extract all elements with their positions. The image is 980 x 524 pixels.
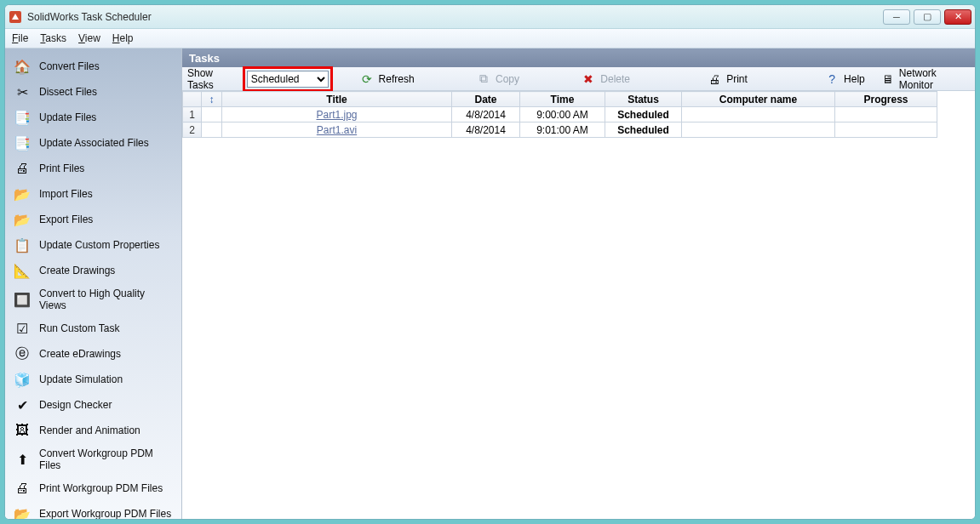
col-status[interactable]: Status: [605, 92, 682, 107]
col-computer[interactable]: Computer name: [682, 92, 835, 107]
sidebar-item[interactable]: 📂Export Workgroup PDM Files: [5, 501, 181, 519]
sidebar-item-label: Update Files: [39, 111, 96, 123]
copy-button[interactable]: ⧉ Copy: [472, 71, 524, 88]
maximize-button[interactable]: ▢: [914, 9, 941, 25]
menu-help[interactable]: Help: [112, 32, 134, 44]
sidebar-item[interactable]: ⬆Convert Workgroup PDM Files: [5, 443, 181, 476]
sidebar-item[interactable]: 🧊Update Simulation: [5, 367, 181, 392]
menu-tasks[interactable]: Tasks: [40, 32, 66, 44]
cell-date: 4/8/2014: [452, 107, 520, 122]
sidebar-item[interactable]: 📋Update Custom Properties: [5, 232, 181, 258]
window-controls: ─ ▢ ✕: [883, 9, 971, 25]
delete-icon: ✖: [582, 72, 595, 86]
sidebar-item[interactable]: 📂Import Files: [5, 181, 181, 207]
cell-title: Part1.jpg: [222, 107, 452, 122]
cell-status: Scheduled: [605, 107, 682, 122]
sidebar-item[interactable]: 🖨Print Files: [5, 156, 181, 181]
content-area: 🏠Convert Files✂Dissect Files📑Update File…: [5, 48, 975, 519]
sidebar-item-icon: 📑: [14, 109, 31, 126]
sidebar-item-label: Print Files: [39, 162, 84, 174]
delete-button[interactable]: ✖ Delete: [576, 71, 635, 88]
col-rownum[interactable]: [183, 92, 202, 107]
close-button[interactable]: ✕: [944, 9, 971, 25]
sidebar: 🏠Convert Files✂Dissect Files📑Update File…: [5, 48, 182, 519]
sort-icon: ↕: [209, 94, 215, 105]
sidebar-item[interactable]: 📑Update Files: [5, 105, 181, 130]
app-icon: [9, 10, 22, 24]
window-title: SolidWorks Task Scheduler: [27, 11, 152, 23]
task-title-link[interactable]: Part1.avi: [317, 124, 357, 136]
menu-view[interactable]: View: [78, 32, 100, 44]
refresh-icon: ⟳: [360, 72, 374, 86]
menubar: File Tasks View Help: [5, 29, 975, 48]
cell-sort: [202, 107, 222, 122]
sidebar-item[interactable]: 📂Export Files: [5, 207, 181, 232]
toolbar: Show Tasks Scheduled ⟳ Refresh ⧉ Copy: [182, 67, 975, 91]
sidebar-item[interactable]: 🖼Render and Animation: [5, 418, 181, 443]
sidebar-item-label: Update Custom Properties: [39, 239, 159, 251]
col-title[interactable]: Title: [222, 92, 452, 107]
sidebar-item-icon: 📑: [14, 134, 31, 151]
sidebar-item-icon: 📂: [14, 211, 31, 228]
sidebar-item-label: Update Associated Files: [39, 137, 149, 149]
sidebar-item-icon: 🖨: [14, 160, 31, 177]
cell-computer: [682, 107, 835, 122]
cell-sort: [202, 122, 222, 138]
sidebar-item[interactable]: ⓔCreate eDrawings: [5, 341, 181, 367]
network-monitor-button[interactable]: 🖥 Network Monitor: [877, 66, 970, 93]
sidebar-item-label: Convert Workgroup PDM Files: [39, 447, 175, 471]
sidebar-item[interactable]: 🏠Convert Files: [5, 54, 181, 79]
filter-dropdown[interactable]: Scheduled: [247, 71, 329, 88]
help-icon: ?: [825, 72, 839, 86]
sidebar-item-label: Print Workgroup PDM Files: [39, 482, 163, 494]
filter-highlight: Scheduled: [243, 66, 333, 92]
task-title-link[interactable]: Part1.jpg: [316, 109, 357, 121]
refresh-button[interactable]: ⟳ Refresh: [355, 71, 420, 88]
print-button[interactable]: 🖨 Print: [702, 71, 753, 88]
sidebar-item-icon: ⓔ: [14, 345, 31, 362]
sidebar-item-icon: 📋: [14, 236, 31, 253]
show-tasks-label: Show Tasks: [187, 67, 236, 91]
network-monitor-icon: 🖥: [882, 72, 894, 86]
sidebar-item[interactable]: ✂Dissect Files: [5, 79, 181, 105]
table-row[interactable]: 1Part1.jpg4/8/20149:00:00 AMScheduled: [183, 107, 937, 122]
row-number: 1: [183, 107, 202, 122]
cell-status: Scheduled: [605, 122, 682, 138]
sidebar-item-icon: 🔲: [14, 291, 31, 308]
cell-progress: [835, 107, 937, 122]
cell-title: Part1.avi: [222, 122, 452, 138]
sidebar-item-label: Import Files: [39, 188, 93, 200]
menu-file[interactable]: File: [12, 32, 28, 44]
sidebar-item[interactable]: 🔲Convert to High Quality Views: [5, 283, 181, 316]
cell-computer: [682, 122, 835, 138]
col-progress[interactable]: Progress: [835, 92, 937, 107]
application-window: SolidWorks Task Scheduler ─ ▢ ✕ File Tas…: [4, 4, 976, 520]
sidebar-item[interactable]: 📑Update Associated Files: [5, 130, 181, 156]
cell-time: 9:00:00 AM: [520, 107, 605, 122]
col-date[interactable]: Date: [452, 92, 520, 107]
col-sort[interactable]: ↕: [202, 92, 222, 107]
sidebar-item[interactable]: 🖨Print Workgroup PDM Files: [5, 476, 181, 501]
sidebar-item-icon: 🧊: [14, 371, 31, 388]
sidebar-item-label: Design Checker: [39, 399, 112, 411]
sidebar-item-label: Dissect Files: [39, 86, 97, 98]
minimize-button[interactable]: ─: [883, 9, 910, 25]
sidebar-item-icon: ☑: [14, 320, 31, 337]
sidebar-item-icon: ✔: [14, 396, 31, 413]
main-panel: Tasks Show Tasks Scheduled ⟳ Refresh ⧉ C…: [182, 48, 975, 519]
help-button[interactable]: ? Help: [820, 71, 870, 88]
copy-icon: ⧉: [477, 72, 490, 86]
col-time[interactable]: Time: [520, 92, 605, 107]
sidebar-item-label: Update Simulation: [39, 373, 123, 385]
sidebar-item[interactable]: ✔Design Checker: [5, 392, 181, 418]
row-number: 2: [183, 122, 202, 138]
sidebar-item-label: Export Files: [39, 214, 93, 225]
tasks-grid[interactable]: ↕ Title Date Time Status Computer name P…: [182, 91, 975, 138]
sidebar-item[interactable]: ☑Run Custom Task: [5, 316, 181, 341]
titlebar[interactable]: SolidWorks Task Scheduler ─ ▢ ✕: [5, 5, 975, 29]
sidebar-item[interactable]: 📐Create Drawings: [5, 258, 181, 283]
sidebar-item-label: Convert to High Quality Views: [39, 288, 175, 311]
header-row: ↕ Title Date Time Status Computer name P…: [183, 92, 937, 107]
cell-progress: [835, 122, 937, 138]
table-row[interactable]: 2Part1.avi4/8/20149:01:00 AMScheduled: [183, 122, 937, 138]
